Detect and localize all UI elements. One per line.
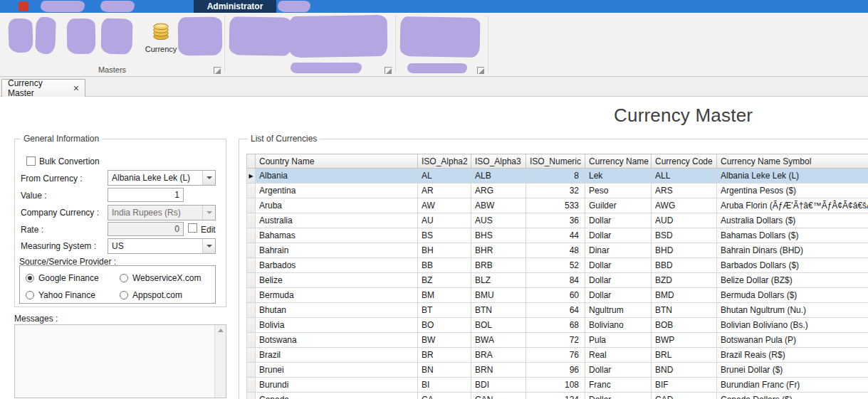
- cell[interactable]: AUD: [652, 213, 717, 228]
- cell[interactable]: 8: [526, 169, 585, 183]
- cell[interactable]: BRL: [652, 348, 717, 363]
- cell[interactable]: BHD: [652, 243, 717, 258]
- cell[interactable]: BDI: [471, 378, 526, 393]
- cell[interactable]: 44: [526, 228, 585, 243]
- cell[interactable]: BTN: [471, 303, 526, 318]
- currency-button[interactable]: Currency: [145, 16, 177, 67]
- table-row[interactable]: BarbadosBBBRB52DollarBBDBarbados Dollars…: [247, 258, 868, 273]
- cell[interactable]: Bahrain: [256, 243, 418, 258]
- cell[interactable]: Bahamas: [256, 228, 418, 243]
- cell[interactable]: Bolivia: [256, 318, 418, 333]
- cell[interactable]: Bhutan: [256, 303, 418, 318]
- cell[interactable]: BZD: [652, 273, 717, 288]
- cell[interactable]: Belize: [256, 273, 418, 288]
- cell[interactable]: BRN: [471, 363, 526, 378]
- cell[interactable]: Aruba: [256, 198, 418, 213]
- cell[interactable]: BM: [418, 288, 471, 303]
- cell[interactable]: AW: [418, 198, 471, 213]
- table-row[interactable]: BhutanBTBTN64NgultrumBTNBhutan Ngultrum …: [247, 303, 868, 318]
- cell[interactable]: Bhutan Ngultrum (Nu.): [717, 303, 868, 318]
- table-row[interactable]: ArubaAWABW533GuilderAWGAruba Florin (ÃƒÆ…: [247, 198, 868, 213]
- measuring-system-combo[interactable]: US: [108, 238, 216, 254]
- cell[interactable]: Brunei: [256, 363, 418, 378]
- table-row[interactable]: BotswanaBWBWA72PulaBWPBotswanan Pula (P): [247, 333, 868, 348]
- cell[interactable]: Franc: [585, 378, 652, 393]
- table-row[interactable]: ArgentinaARARG32PesoARSArgentina Pesos (…: [247, 183, 868, 198]
- cell[interactable]: Barbados Dollars ($): [717, 258, 868, 273]
- cell[interactable]: Bahamas Dollars ($): [717, 228, 868, 243]
- scroll-up-icon[interactable]: [218, 329, 224, 332]
- cell[interactable]: Canada: [256, 393, 418, 399]
- cell[interactable]: BIF: [652, 378, 717, 393]
- from-currency-combo[interactable]: Albania Leke Lek (L): [108, 170, 216, 186]
- column-header-country-name[interactable]: Country Name: [256, 154, 418, 169]
- table-row[interactable]: BurundiBIBDI108FrancBIFBurundian Franc (…: [247, 378, 868, 393]
- table-row[interactable]: BermudaBMBMU60DollarBMDBermuda Dollars (…: [247, 288, 868, 303]
- cell[interactable]: Australia Dollars ($): [717, 213, 868, 228]
- cell[interactable]: Burundi: [256, 378, 418, 393]
- cell[interactable]: ARG: [471, 183, 526, 198]
- cell[interactable]: Barbados: [256, 258, 418, 273]
- cell[interactable]: CA: [418, 393, 471, 399]
- radio-webservicex-com[interactable]: WebserviceX.com: [120, 272, 215, 284]
- cell[interactable]: Dinar: [585, 243, 652, 258]
- cell[interactable]: BMU: [471, 288, 526, 303]
- table-row[interactable]: BruneiBNBRN96DollarBNDBrunei Dollar ($): [247, 363, 868, 378]
- edit-checkbox[interactable]: [188, 223, 197, 233]
- cell[interactable]: Australia: [256, 213, 418, 228]
- cell[interactable]: 64: [526, 303, 585, 318]
- radio-yahoo-finance[interactable]: Yahoo Finance: [26, 289, 120, 302]
- column-header-currency-code[interactable]: Currency Code: [652, 154, 717, 169]
- cell[interactable]: Albania Leke Lek (L): [717, 169, 868, 183]
- column-header-iso-numeric[interactable]: ISO_Numeric: [526, 154, 585, 169]
- cell[interactable]: BB: [418, 258, 471, 273]
- cell[interactable]: BND: [652, 363, 717, 378]
- cell[interactable]: ARS: [652, 183, 717, 198]
- cell[interactable]: Dollar: [585, 228, 652, 243]
- cell[interactable]: CAN: [471, 393, 526, 399]
- cell[interactable]: BI: [418, 378, 471, 393]
- cell[interactable]: BZ: [418, 273, 471, 288]
- messages-textarea[interactable]: [14, 324, 226, 398]
- cell[interactable]: Ngultrum: [585, 303, 652, 318]
- cell[interactable]: 84: [526, 273, 585, 288]
- radio-google-finance[interactable]: Google Finance: [26, 272, 120, 284]
- cell[interactable]: BS: [418, 228, 471, 243]
- cell[interactable]: 52: [526, 258, 585, 273]
- cell[interactable]: Bermuda Dollars ($): [717, 288, 868, 303]
- chevron-down-icon[interactable]: [202, 239, 215, 253]
- column-header-iso-alpha2[interactable]: ISO_Alpha2: [418, 154, 471, 169]
- cell[interactable]: 72: [526, 333, 585, 348]
- radio-appspot-com[interactable]: Appspot.com: [120, 289, 215, 302]
- cell[interactable]: BRB: [471, 258, 526, 273]
- cell[interactable]: BLZ: [471, 273, 526, 288]
- cell[interactable]: ALL: [652, 169, 717, 183]
- cell[interactable]: BOL: [471, 318, 526, 333]
- cell[interactable]: BT: [418, 303, 471, 318]
- cell[interactable]: Botswana: [256, 333, 418, 348]
- cell[interactable]: BO: [418, 318, 471, 333]
- cell[interactable]: Dollar: [585, 393, 652, 399]
- cell[interactable]: BTN: [652, 303, 717, 318]
- cell[interactable]: BOB: [652, 318, 717, 333]
- cell[interactable]: Bolivian Boliviano (Bs.): [717, 318, 868, 333]
- cell[interactable]: Brazil Reais (R$): [717, 348, 868, 363]
- cell[interactable]: 68: [526, 318, 585, 333]
- close-tab-icon[interactable]: ×: [73, 83, 79, 93]
- cell[interactable]: Botswanan Pula (P): [717, 333, 868, 348]
- cell[interactable]: Canada Dollars ($): [717, 393, 868, 399]
- cell[interactable]: AUS: [471, 213, 526, 228]
- cell[interactable]: 48: [526, 243, 585, 258]
- cell[interactable]: 533: [526, 198, 585, 213]
- cell[interactable]: Dollar: [585, 213, 652, 228]
- tab-currency-master[interactable]: Currency Master ×: [1, 79, 85, 97]
- cell[interactable]: Burundian Franc (Fr): [717, 378, 868, 393]
- cell[interactable]: AL: [418, 169, 471, 183]
- table-row[interactable]: AustraliaAUAUS36DollarAUDAustralia Dolla…: [247, 213, 868, 228]
- cell[interactable]: AR: [418, 183, 471, 198]
- cell[interactable]: Belize Dollar (BZ$): [717, 273, 868, 288]
- cell[interactable]: Dollar: [585, 363, 652, 378]
- column-header-iso-alpha3[interactable]: ISO_Alpha3: [471, 154, 526, 169]
- app-icon[interactable]: [19, 1, 28, 11]
- cell[interactable]: Boliviano: [585, 318, 652, 333]
